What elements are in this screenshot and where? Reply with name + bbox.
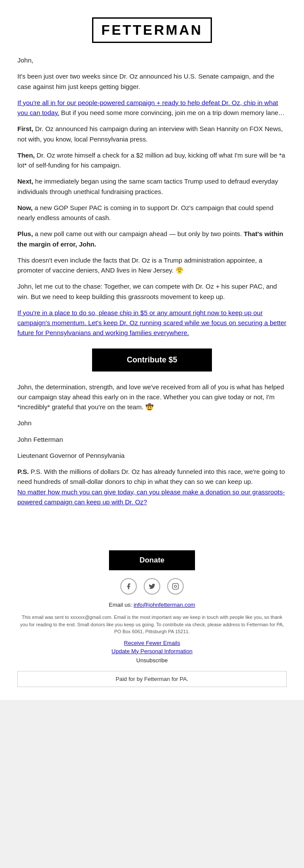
then-label: Then, <box>17 151 35 159</box>
link1-suffix: But if you need some more convincing, jo… <box>59 109 284 116</box>
para-then: Then, Dr. Oz wrote himself a check for a… <box>17 150 287 171</box>
sign-full: John Fetterman <box>17 434 287 444</box>
instagram-icon[interactable] <box>167 578 184 595</box>
para-gratitude: John, the determination, strength, and l… <box>17 382 287 412</box>
footer-links: Receive Fewer Emails Update My Personal … <box>17 640 287 654</box>
chip-in-link2[interactable]: If you're in a place to do so, please ch… <box>17 309 286 337</box>
logo-text: FETTERMAN <box>101 22 202 38</box>
footer-small-text: This email was sent to xxxxxx@gmail.com.… <box>17 614 287 635</box>
update-info-link[interactable]: Update My Personal Information <box>17 648 287 654</box>
next-text: he immediately began using the same scam… <box>17 178 278 195</box>
email-link[interactable]: info@johnfetterman.com <box>134 602 195 608</box>
now-label: Now, <box>17 204 33 211</box>
now-text: a new GOP Super PAC is coming in to supp… <box>17 204 274 221</box>
para-chase: John, let me cut to the chase: Together,… <box>17 281 287 302</box>
ps-body: P.S. With the millions of dollars Dr. Oz… <box>17 468 285 485</box>
email-container: FETTERMAN John, It's been just over two … <box>0 0 304 700</box>
para-link2: If you're in a place to do so, please ch… <box>17 308 287 338</box>
plus-text: a new poll came out with our campaign ah… <box>33 230 244 237</box>
para-first: First, Dr. Oz announced his campaign dur… <box>17 124 287 144</box>
email-label: Email us: <box>109 602 132 608</box>
sign-title: Lieutenant Governor of Pennsylvania <box>17 450 287 460</box>
para-next: Next, he immediately began using the sam… <box>17 176 287 197</box>
ps-label: P.S. <box>17 468 31 475</box>
facebook-icon[interactable] <box>120 578 137 595</box>
twitter-icon[interactable] <box>144 578 160 595</box>
footer-email: Email us: info@johnfetterman.com <box>17 601 287 609</box>
paid-for-box: Paid for by Fetterman for PA. <box>17 671 287 687</box>
ps-text: P.S. P.S. With the millions of dollars D… <box>17 467 287 507</box>
paid-text: Paid for by Fetterman for PA. <box>116 676 188 682</box>
greeting: John, <box>17 55 287 65</box>
donate-button[interactable]: Donate <box>109 550 195 570</box>
ps-link[interactable]: No matter how much you can give today, c… <box>17 488 285 506</box>
unsubscribe-text: Unsubscribe <box>17 656 287 665</box>
contribute-button[interactable]: Contribute $5 <box>92 349 212 372</box>
social-icons <box>17 578 287 595</box>
para1: It's been just over two weeks since Dr. … <box>17 71 287 92</box>
donate-section: Donate Email us: info@johnfetterman.com … <box>17 550 287 687</box>
plus-label: Plus, <box>17 230 33 237</box>
para-now: Now, a new GOP Super PAC is coming in to… <box>17 203 287 223</box>
logo-box: FETTERMAN <box>92 17 211 43</box>
para-link1: If you're all in for our people-powered … <box>17 98 287 118</box>
svg-rect-0 <box>172 583 178 589</box>
para-plus: Plus, a new poll came out with our campa… <box>17 229 287 249</box>
first-text: Dr. Oz announced his campaign during an … <box>17 125 283 142</box>
sign-name: John <box>17 418 287 428</box>
next-label: Next, <box>17 178 33 185</box>
contribute-btn-area: Contribute $5 <box>17 349 287 372</box>
then-text: Dr. Oz wrote himself a check for a $2 mi… <box>17 151 285 169</box>
logo-area: FETTERMAN <box>17 17 287 43</box>
fewer-emails-link[interactable]: Receive Fewer Emails <box>17 640 287 646</box>
para-facts: This doesn't even include the facts that… <box>17 255 287 276</box>
first-label: First, <box>17 125 33 132</box>
